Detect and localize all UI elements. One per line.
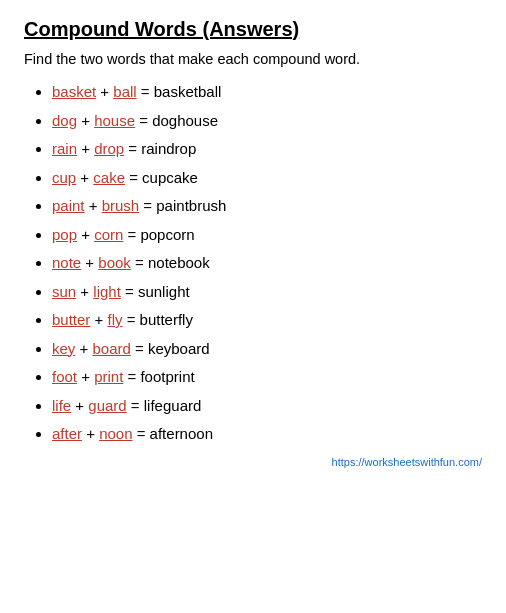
list-item: foot + print = footprint (52, 366, 482, 389)
word1: rain (52, 140, 77, 157)
list-item: note + book = notebook (52, 252, 482, 275)
word2: noon (99, 425, 132, 442)
footer-link[interactable]: https://worksheetswithfun.com/ (24, 456, 482, 468)
compound-words-list: basket + ball = basketballdog + house = … (24, 81, 482, 446)
result-word: butterfly (140, 311, 193, 328)
page-title: Compound Words (Answers) (24, 18, 482, 41)
word1: sun (52, 283, 76, 300)
word1: paint (52, 197, 85, 214)
word2: house (94, 112, 135, 129)
list-item: key + board = keyboard (52, 338, 482, 361)
list-item: pop + corn = popcorn (52, 224, 482, 247)
word2: book (98, 254, 131, 271)
word1: note (52, 254, 81, 271)
word1: pop (52, 226, 77, 243)
result-word: lifeguard (144, 397, 202, 414)
word2: guard (88, 397, 126, 414)
result-word: keyboard (148, 340, 210, 357)
word1: butter (52, 311, 90, 328)
list-item: sun + light = sunlight (52, 281, 482, 304)
list-item: basket + ball = basketball (52, 81, 482, 104)
word1: foot (52, 368, 77, 385)
word2: corn (94, 226, 123, 243)
word2: print (94, 368, 123, 385)
result-word: footprint (140, 368, 194, 385)
word1: key (52, 340, 75, 357)
result-word: sunlight (138, 283, 190, 300)
list-item: paint + brush = paintbrush (52, 195, 482, 218)
list-item: cup + cake = cupcake (52, 167, 482, 190)
list-item: life + guard = lifeguard (52, 395, 482, 418)
list-item: after + noon = afternoon (52, 423, 482, 446)
word2: drop (94, 140, 124, 157)
word1: basket (52, 83, 96, 100)
result-word: paintbrush (156, 197, 226, 214)
word2: light (93, 283, 121, 300)
word1: cup (52, 169, 76, 186)
subtitle: Find the two words that make each compou… (24, 51, 482, 67)
word2: ball (113, 83, 136, 100)
result-word: doghouse (152, 112, 218, 129)
word2: board (92, 340, 130, 357)
result-word: basketball (154, 83, 222, 100)
word2: fly (107, 311, 122, 328)
list-item: dog + house = doghouse (52, 110, 482, 133)
result-word: cupcake (142, 169, 198, 186)
word1: life (52, 397, 71, 414)
word2: brush (102, 197, 140, 214)
list-item: butter + fly = butterfly (52, 309, 482, 332)
word2: cake (93, 169, 125, 186)
result-word: raindrop (141, 140, 196, 157)
list-item: rain + drop = raindrop (52, 138, 482, 161)
result-word: afternoon (150, 425, 213, 442)
word1: after (52, 425, 82, 442)
result-word: notebook (148, 254, 210, 271)
word1: dog (52, 112, 77, 129)
result-word: popcorn (140, 226, 194, 243)
